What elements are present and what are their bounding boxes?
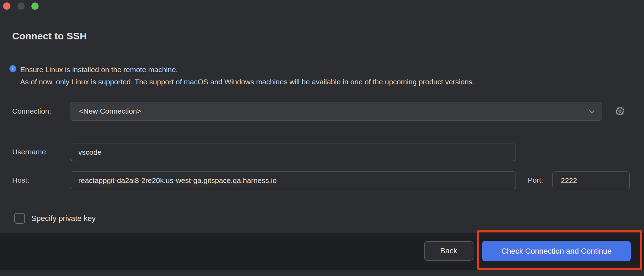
- port-input[interactable]: [552, 171, 630, 189]
- port-label: Port:: [528, 176, 543, 184]
- connection-label: Connection:: [12, 107, 51, 115]
- dialog-connect-to-ssh: { "window": { "traffic_lights": { "close…: [0, 0, 644, 276]
- info-icon: i: [9, 65, 16, 72]
- back-button[interactable]: Back: [424, 241, 473, 261]
- info-note: Ensure Linux is installed on the remote …: [20, 63, 474, 88]
- traffic-light-minimize-button[interactable]: [17, 2, 25, 10]
- traffic-light-maximize-button[interactable]: [31, 2, 39, 10]
- connection-selected-value: <New Connection>: [79, 107, 589, 115]
- specify-private-key-checkbox[interactable]: [14, 213, 25, 224]
- info-line-1: Ensure Linux is installed on the remote …: [20, 63, 474, 76]
- specify-private-key-label[interactable]: Specify private key: [31, 214, 96, 223]
- traffic-light-close-button[interactable]: [3, 2, 10, 10]
- username-label: Username:: [12, 148, 48, 156]
- page-title: Connect to SSH: [12, 31, 87, 42]
- connection-select[interactable]: <New Connection>: [70, 102, 602, 121]
- username-input[interactable]: [70, 144, 516, 161]
- host-label: Host:: [12, 176, 29, 184]
- gear-icon[interactable]: [614, 106, 626, 117]
- check-connection-and-continue-button[interactable]: Check Connection and Continue: [482, 241, 631, 261]
- host-input[interactable]: [70, 171, 516, 189]
- info-line-2: As of now, only Linux is supported. The …: [20, 76, 474, 88]
- chevron-down-icon: [589, 109, 595, 113]
